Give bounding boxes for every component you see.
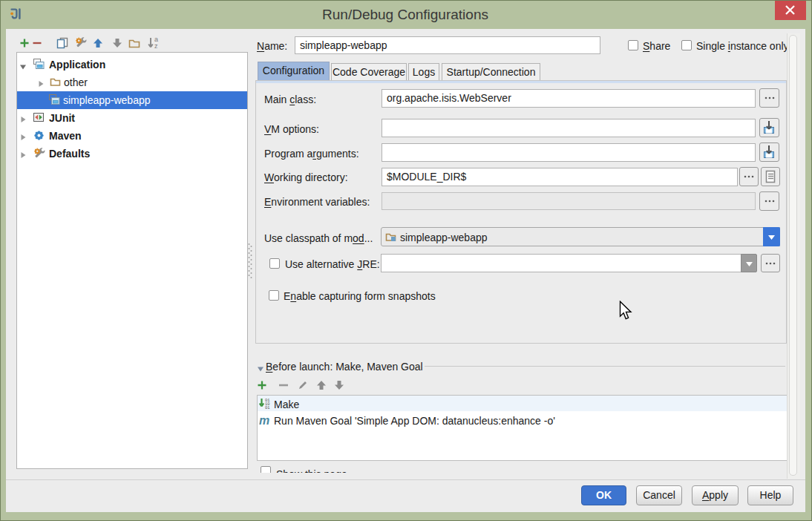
svg-text:01: 01 bbox=[265, 406, 269, 410]
svg-text:z: z bbox=[154, 42, 158, 50]
